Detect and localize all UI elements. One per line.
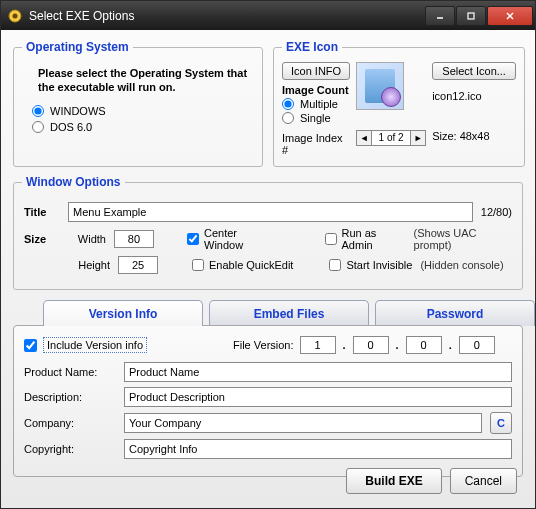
image-count-label: Image Count xyxy=(282,84,350,96)
tab-embed-files[interactable]: Embed Files xyxy=(209,300,369,326)
include-version-checkbox[interactable] xyxy=(24,339,37,352)
exe-icon-group: EXE Icon Icon INFO Image Count Multiple … xyxy=(273,40,525,167)
index-next-button[interactable]: ► xyxy=(410,130,426,146)
start-invisible-label: Start Invisible xyxy=(346,259,412,271)
icon-info-button[interactable]: Icon INFO xyxy=(282,62,350,80)
index-prev-button[interactable]: ◄ xyxy=(356,130,372,146)
enable-quickedit-label: Enable QuickEdit xyxy=(209,259,293,271)
copyright-input[interactable] xyxy=(124,439,512,459)
copyright-label: Copyright: xyxy=(24,443,116,455)
image-index-label: Image Index # xyxy=(282,132,350,156)
minimize-button[interactable] xyxy=(425,6,455,26)
run-as-admin-label: Run as Admin xyxy=(342,227,406,251)
icon-size-label: Size: 48x48 xyxy=(432,130,516,142)
winopt-legend: Window Options xyxy=(22,175,125,189)
tab-version-info[interactable]: Version Info xyxy=(43,300,203,326)
os-windows-radio[interactable] xyxy=(32,105,44,117)
index-value: 1 of 2 xyxy=(372,130,410,146)
titlebar: Select EXE Options xyxy=(1,1,535,30)
select-icon-button[interactable]: Select Icon... xyxy=(432,62,516,80)
title-count: 12/80) xyxy=(481,206,512,218)
company-label: Company: xyxy=(24,417,116,429)
close-button[interactable] xyxy=(487,6,533,26)
product-name-label: Product Name: xyxy=(24,366,116,378)
company-lookup-icon: C xyxy=(497,417,505,429)
file-version-1[interactable] xyxy=(300,336,336,354)
file-version-4[interactable] xyxy=(459,336,495,354)
file-version-2[interactable] xyxy=(353,336,389,354)
svg-point-1 xyxy=(13,13,18,18)
start-invisible-checkbox[interactable] xyxy=(329,259,341,271)
start-invisible-hint: (Hidden console) xyxy=(420,259,503,271)
height-label: Height xyxy=(68,259,110,271)
icon-multiple-radio[interactable] xyxy=(282,98,294,110)
icon-legend: EXE Icon xyxy=(282,40,342,54)
height-input[interactable] xyxy=(118,256,158,274)
file-version-label: File Version: xyxy=(233,339,294,351)
size-label: Size xyxy=(24,233,58,245)
company-input[interactable] xyxy=(124,413,482,433)
window-title: Select EXE Options xyxy=(29,9,424,23)
app-icon xyxy=(7,8,23,24)
os-dos-label: DOS 6.0 xyxy=(50,121,92,133)
include-version-label: Include Version info xyxy=(43,337,147,353)
os-prompt: Please select the Operating System that … xyxy=(38,66,250,95)
svg-rect-3 xyxy=(468,13,474,19)
cancel-button[interactable]: Cancel xyxy=(450,468,517,494)
dialog-window: Select EXE Options Operating System Plea… xyxy=(0,0,536,509)
os-windows-label: WINDOWS xyxy=(50,105,106,117)
version-info-panel: Include Version info File Version: . . .… xyxy=(13,325,523,477)
title-label: Title xyxy=(24,206,60,218)
icon-multiple-label: Multiple xyxy=(300,98,338,110)
width-input[interactable] xyxy=(114,230,154,248)
operating-system-group: Operating System Please select the Opera… xyxy=(13,40,263,167)
build-exe-button[interactable]: Build EXE xyxy=(346,468,441,494)
os-dos-radio[interactable] xyxy=(32,121,44,133)
icon-single-label: Single xyxy=(300,112,331,124)
icon-single-radio[interactable] xyxy=(282,112,294,124)
product-name-input[interactable] xyxy=(124,362,512,382)
enable-quickedit-checkbox[interactable] xyxy=(192,259,204,271)
icon-preview xyxy=(356,62,404,110)
tab-password[interactable]: Password xyxy=(375,300,535,326)
center-window-label: Center Window xyxy=(204,227,274,251)
description-input[interactable] xyxy=(124,387,512,407)
title-input[interactable] xyxy=(68,202,473,222)
center-window-checkbox[interactable] xyxy=(187,233,199,245)
window-options-group: Window Options Title 12/80) Size Width C… xyxy=(13,175,523,290)
width-label: Width xyxy=(66,233,106,245)
file-version-3[interactable] xyxy=(406,336,442,354)
run-as-admin-checkbox[interactable] xyxy=(325,233,337,245)
company-lookup-button[interactable]: C xyxy=(490,412,512,434)
maximize-button[interactable] xyxy=(456,6,486,26)
run-as-admin-hint: (Shows UAC prompt) xyxy=(414,227,513,251)
icon-filename: icon12.ico xyxy=(432,90,516,102)
description-label: Description: xyxy=(24,391,116,403)
os-legend: Operating System xyxy=(22,40,133,54)
